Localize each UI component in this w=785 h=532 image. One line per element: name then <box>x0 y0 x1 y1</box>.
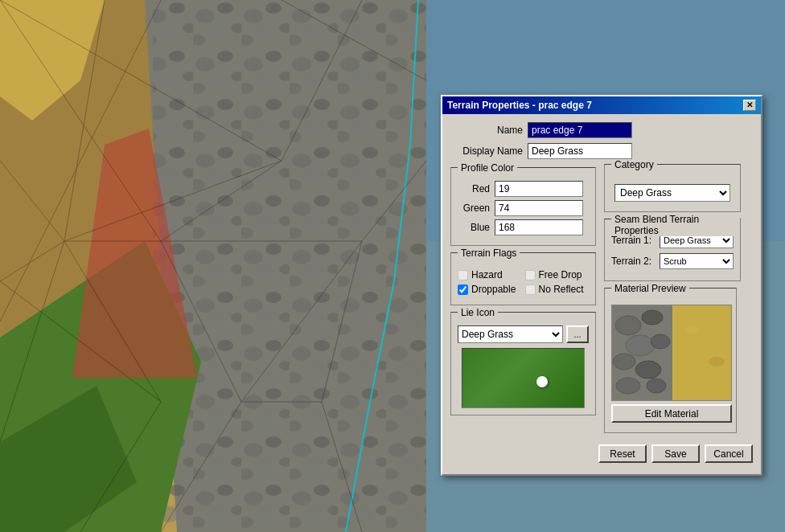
svg-point-41 <box>626 335 655 356</box>
seam-blend-label: Seam Blend Terrain Properties <box>611 214 740 236</box>
material-preview-label: Material Preview <box>611 283 689 294</box>
category-group: Category Deep Grass Rough Fairway Green … <box>604 164 741 212</box>
free-drop-label: Free Drop <box>539 269 582 280</box>
golf-ball-icon <box>536 376 548 387</box>
edit-material-button[interactable]: Edit Material <box>611 404 732 423</box>
display-name-row: Display Name <box>450 143 753 159</box>
svg-point-44 <box>635 361 661 379</box>
blue-label: Blue <box>458 222 490 233</box>
terrain1-label: Terrain 1: <box>611 235 660 246</box>
cancel-button[interactable]: Cancel <box>705 444 753 463</box>
lie-icon-label: Lie Icon <box>458 307 498 318</box>
svg-point-39 <box>615 316 641 335</box>
droppable-checkbox[interactable] <box>458 284 468 295</box>
droppable-checkbox-item: Droppable <box>458 284 522 295</box>
no-reflect-checkbox-item: No Reflect <box>525 284 590 295</box>
material-preview-group: Material Preview <box>604 288 737 433</box>
close-button[interactable]: ✕ <box>743 100 756 111</box>
svg-rect-4 <box>153 0 426 532</box>
free-drop-checkbox[interactable] <box>525 270 536 280</box>
svg-point-42 <box>651 334 670 349</box>
dialog-titlebar: Terrain Properties - prac edge 7 ✕ <box>442 96 761 114</box>
svg-rect-47 <box>675 305 731 401</box>
name-input[interactable] <box>528 122 632 138</box>
terrain-flags-group: Terrain Flags Hazard Free Drop Droppa <box>450 252 596 305</box>
reset-button[interactable]: Reset <box>598 444 647 463</box>
green-label: Green <box>458 203 490 214</box>
category-label: Category <box>611 159 657 170</box>
seam-blend-group: Seam Blend Terrain Properties Terrain 1:… <box>604 219 741 281</box>
svg-point-48 <box>686 325 699 334</box>
material-preview-image <box>611 305 732 401</box>
svg-point-49 <box>709 357 725 366</box>
hazard-checkbox-item: Hazard <box>458 269 522 280</box>
svg-point-46 <box>647 379 666 393</box>
lie-icon-select[interactable]: Deep Grass Rough Fairway <box>458 325 563 343</box>
name-row: Name <box>450 122 753 138</box>
profile-color-label: Profile Color <box>458 162 517 174</box>
category-select[interactable]: Deep Grass Rough Fairway Green Bunker Wa… <box>614 184 730 202</box>
green-input[interactable] <box>495 200 583 216</box>
terrain2-select[interactable]: Deep Grass Rough Fairway Green Bunker Wa… <box>660 253 734 269</box>
lie-icon-preview <box>462 348 585 408</box>
free-drop-checkbox-item: Free Drop <box>525 269 590 280</box>
display-name-input[interactable] <box>528 143 632 159</box>
svg-point-40 <box>642 310 663 325</box>
hazard-checkbox[interactable] <box>458 270 468 280</box>
display-name-label: Display Name <box>450 145 523 157</box>
dialog-title: Terrain Properties - prac edge 7 <box>447 100 592 111</box>
red-label: Red <box>458 183 490 194</box>
button-row: Reset Save Cancel <box>450 440 753 466</box>
droppable-label: Droppable <box>471 284 516 295</box>
svg-point-45 <box>616 378 640 394</box>
lie-icon-group: Lie Icon Deep Grass Rough Fairway ... <box>450 312 596 415</box>
blue-input[interactable] <box>495 219 583 235</box>
svg-point-43 <box>613 354 635 370</box>
terrain-properties-dialog: Terrain Properties - prac edge 7 ✕ Name … <box>441 95 762 476</box>
no-reflect-label: No Reflect <box>539 284 584 295</box>
hazard-label: Hazard <box>471 269 503 280</box>
no-reflect-checkbox[interactable] <box>525 284 536 295</box>
name-label: Name <box>450 125 523 136</box>
profile-color-group: Profile Color Red Green Blue <box>450 167 596 246</box>
terrain2-label: Terrain 2: <box>611 256 660 267</box>
red-input[interactable] <box>495 181 583 197</box>
terrain-flags-label: Terrain Flags <box>458 248 520 259</box>
save-button[interactable]: Save <box>651 444 700 463</box>
lie-icon-browse-button[interactable]: ... <box>566 325 589 343</box>
